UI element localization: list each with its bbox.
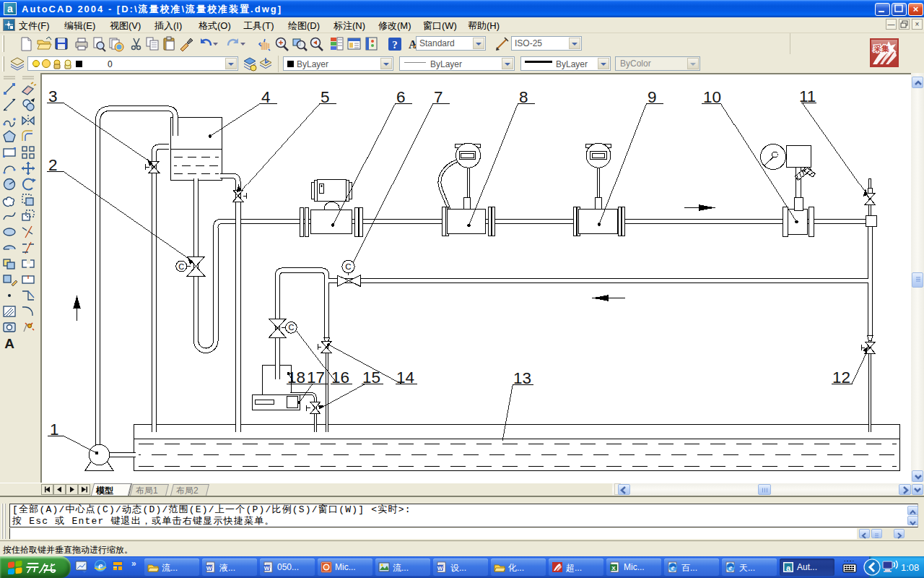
svg-text:»: » — [131, 559, 136, 569]
svg-text:8: 8 — [519, 88, 528, 106]
svg-text:C: C — [288, 323, 294, 332]
svg-text:A: A — [4, 336, 14, 351]
svg-text:5: 5 — [321, 88, 330, 106]
svg-text:X: X — [611, 565, 616, 571]
svg-text:6: 6 — [396, 88, 406, 106]
svg-text:4: 4 — [261, 88, 271, 106]
svg-text:1: 1 — [50, 420, 59, 439]
svg-text:13: 13 — [513, 369, 531, 387]
svg-text:采集: 采集 — [873, 44, 889, 53]
svg-text:12: 12 — [832, 368, 850, 387]
svg-text:W: W — [264, 565, 270, 571]
svg-text:a: a — [786, 564, 791, 572]
svg-text:e: e — [729, 564, 733, 571]
svg-text:11: 11 — [799, 87, 816, 105]
svg-text:W: W — [206, 565, 212, 571]
svg-text:7: 7 — [434, 88, 443, 106]
svg-text:17: 17 — [307, 368, 325, 387]
svg-text:10: 10 — [703, 88, 721, 106]
svg-text:C: C — [345, 262, 351, 271]
svg-text:W: W — [437, 565, 443, 571]
svg-text:e: e — [671, 564, 675, 571]
svg-text:3: 3 — [48, 87, 58, 105]
svg-text:9: 9 — [648, 88, 657, 106]
svg-text:?: ? — [392, 39, 398, 51]
svg-text:2: 2 — [48, 156, 58, 174]
svg-text:C: C — [178, 262, 184, 271]
